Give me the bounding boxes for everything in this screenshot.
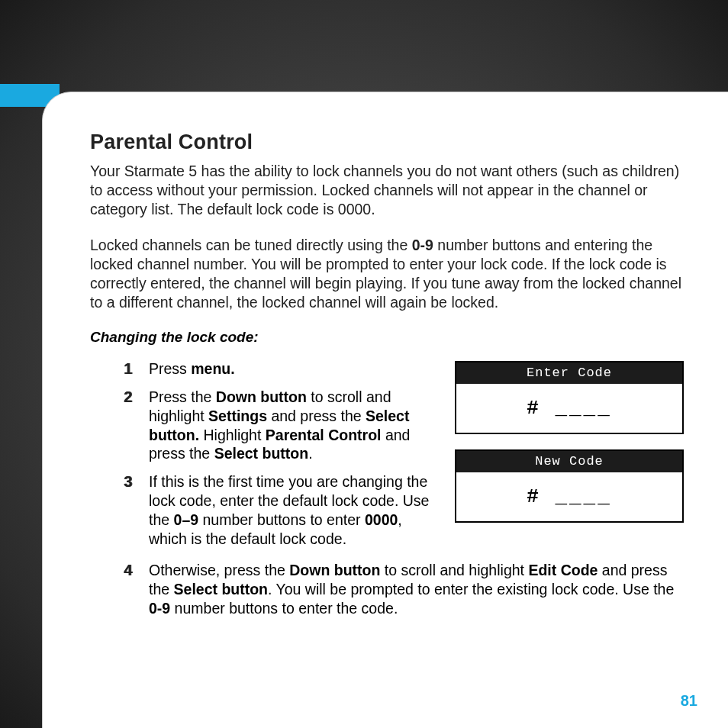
device-screen-enter-code: Enter Code # ____ [455, 361, 684, 434]
screen-body: # ____ [456, 384, 682, 433]
screen-body: # ____ [456, 472, 682, 521]
step-number: 3 [90, 472, 149, 491]
text: and press the [267, 407, 366, 424]
bold: Edit Code [528, 562, 598, 578]
text: Otherwise, press the [149, 562, 289, 578]
page-title: Parental Control [90, 130, 684, 154]
text: Press the [149, 388, 216, 405]
step-body: Otherwise, press the Down button to scro… [149, 561, 684, 618]
step-4: 4 Otherwise, press the Down button to sc… [90, 561, 684, 618]
step-body: Press the Down button to scroll and high… [149, 388, 436, 464]
text: number buttons to enter the code. [170, 600, 398, 617]
text: to scroll and highlight [380, 562, 528, 578]
screen-title: Enter Code [456, 362, 682, 384]
screen-title: New Code [456, 451, 682, 472]
text: Press [149, 360, 191, 377]
steps-column: 1 Press menu. 2 Press the Down button to… [90, 359, 436, 559]
device-screens-column: Enter Code # ____ New Code # ____ [455, 359, 684, 523]
bold: 0-9 [149, 600, 170, 617]
bold: 0–9 [174, 511, 199, 528]
text: Highlight [199, 427, 266, 443]
bold: Parental Control [266, 427, 382, 443]
step-number: 4 [90, 561, 149, 579]
bold: Select button [214, 445, 309, 462]
bold: 0000 [365, 511, 398, 528]
bold: Down button [289, 562, 380, 578]
step-body: If this is the first time you are changi… [149, 472, 436, 549]
bold: Select button [174, 581, 269, 598]
text: . You will be prompted to enter the exis… [268, 581, 674, 598]
intro-paragraph-2: Locked channels can be tuned directly us… [90, 236, 684, 312]
text: . [308, 445, 312, 462]
steps-and-screens-row: 1 Press menu. 2 Press the Down button to… [90, 359, 684, 559]
step-2: 2 Press the Down button to scroll and hi… [90, 388, 436, 464]
step-3: 3 If this is the first time you are chan… [90, 472, 436, 549]
subheading-changing-lock-code: Changing the lock code: [90, 329, 684, 346]
text: number buttons to enter [198, 511, 365, 528]
step-number: 1 [90, 359, 149, 378]
intro-paragraph-1: Your Starmate 5 has the ability to lock … [90, 162, 684, 219]
device-screen-new-code: New Code # ____ [455, 449, 684, 523]
bold: Settings [208, 407, 267, 424]
step-body: Press menu. [149, 359, 436, 378]
page-number: 81 [681, 692, 697, 710]
para2-bold-09: 0-9 [412, 237, 433, 253]
bold: menu. [191, 360, 234, 377]
step-1: 1 Press menu. [90, 359, 436, 378]
bold: Down button [216, 388, 307, 405]
step-number: 2 [90, 388, 149, 406]
para2-pre: Locked channels can be tuned directly us… [90, 237, 412, 253]
page-card: Parental Control Your Starmate 5 has the… [42, 92, 728, 728]
